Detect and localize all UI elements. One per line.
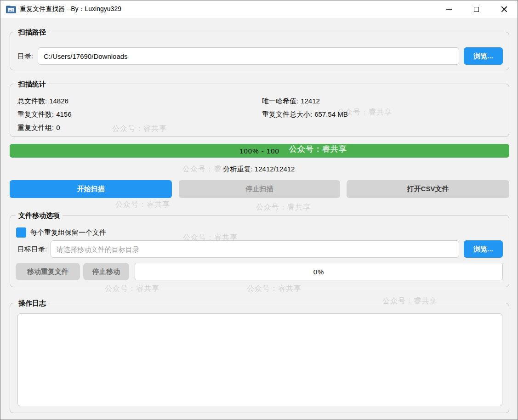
scan-progress-text: 100% - 100 xyxy=(10,144,509,158)
scan-path-group: 扫描路径 目录: 浏览... xyxy=(10,32,509,70)
minimize-button[interactable] xyxy=(435,0,462,18)
move-options-group-title: 文件移动选项 xyxy=(16,211,63,220)
stop-scan-button[interactable]: 停止扫描 xyxy=(179,180,340,198)
unique-hashes-stat: 唯一哈希值:12412 xyxy=(262,94,348,108)
minimize-icon xyxy=(446,9,452,10)
move-progress-text: 0% xyxy=(135,263,502,280)
duplicate-total-size-stat: 重复文件总大小:657.54 MB xyxy=(262,108,348,121)
window-title: 重复文件查找器 --By：Luxingyu329 xyxy=(20,5,121,13)
target-dir-input[interactable] xyxy=(51,240,459,258)
watermark: 公众号：睿共享 xyxy=(256,203,311,212)
open-csv-button[interactable]: 打开CSV文件 xyxy=(347,180,509,198)
move-duplicates-button[interactable]: 移动重复文件 xyxy=(16,263,80,280)
move-options-group: 文件移动选项 每个重复组保留一个文件 目标目录: 浏览... 移动重复文件 停止… xyxy=(10,215,509,287)
stats-right-column: 唯一哈希值:12412 重复文件总大小:657.54 MB xyxy=(262,94,348,121)
keep-one-label: 每个重复组保留一个文件 xyxy=(30,227,106,238)
close-icon xyxy=(501,6,507,12)
move-progress-bar: 0% xyxy=(135,263,503,280)
log-group: 操作日志 xyxy=(10,303,509,413)
target-dir-label: 目标目录: xyxy=(17,240,47,258)
stats-left-column: 总文件数:14826 重复文件数:4156 重复文件组:0 xyxy=(17,94,72,134)
title-bar: 重复文件查找器 --By：Luxingyu329 xyxy=(0,0,518,18)
scan-stats-group: 扫描统计 总文件数:14826 重复文件数:4156 重复文件组:0 唯一哈希值… xyxy=(10,84,509,137)
browse-scan-button[interactable]: 浏览... xyxy=(464,47,503,65)
app-icon folder-image-icon xyxy=(6,5,16,13)
scan-path-group-title: 扫描路径 xyxy=(16,28,49,37)
analyze-status-text: 分析重复: 12412/12412 xyxy=(0,165,518,174)
duplicate-groups-stat: 重复文件组:0 xyxy=(17,121,72,134)
keep-one-checkbox[interactable] xyxy=(16,227,26,238)
dir-label: 目录: xyxy=(17,47,33,65)
watermark: 公众号：睿共享 xyxy=(115,200,170,210)
duplicate-files-stat: 重复文件数:4156 xyxy=(17,108,72,121)
total-files-stat: 总文件数:14826 xyxy=(17,94,72,108)
browse-target-button[interactable]: 浏览... xyxy=(464,240,503,258)
log-textarea[interactable] xyxy=(17,313,502,406)
start-scan-button[interactable]: 开始扫描 xyxy=(10,180,172,198)
app-window: 公众号：睿共享公众号：睿共享公众号：睿共享公众号：睿共享公众号：睿共享公众号：睿… xyxy=(0,0,518,420)
log-group-title: 操作日志 xyxy=(16,299,49,308)
stop-move-button[interactable]: 停止移动 xyxy=(83,263,129,280)
close-button[interactable] xyxy=(490,0,518,18)
scan-stats-group-title: 扫描统计 xyxy=(16,79,49,89)
maximize-button[interactable] xyxy=(462,0,490,18)
scan-progress-bar: 100% - 100 xyxy=(10,144,509,158)
dir-input[interactable] xyxy=(38,47,459,65)
maximize-icon xyxy=(474,7,479,12)
window-controls xyxy=(435,0,518,18)
